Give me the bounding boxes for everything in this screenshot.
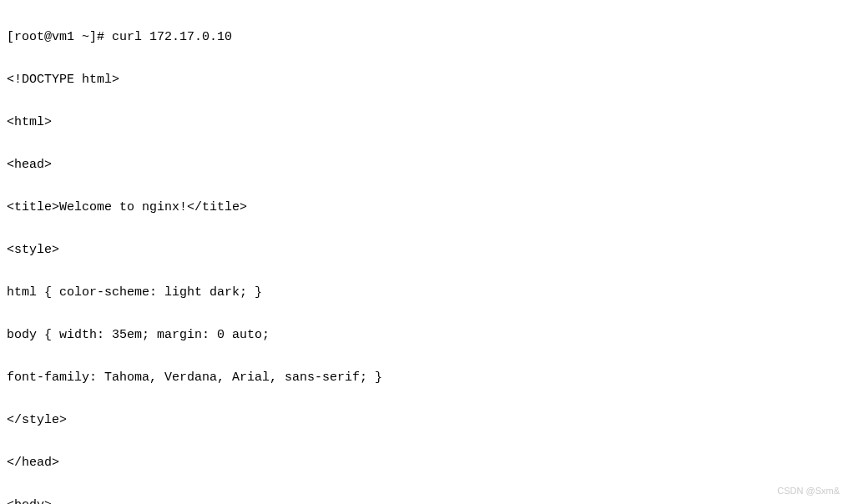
terminal-line: [root@vm1 ~]# curl 172.17.0.10 <box>7 27 841 48</box>
terminal-line: <body> <box>7 495 841 505</box>
terminal-line: <style> <box>7 239 841 261</box>
terminal-line: <!DOCTYPE html> <box>7 69 841 91</box>
terminal-output[interactable]: [root@vm1 ~]# curl 172.17.0.10 <!DOCTYPE… <box>7 5 841 504</box>
terminal-line: font-family: Tahoma, Verdana, Arial, san… <box>7 367 841 389</box>
terminal-line: <title>Welcome to nginx!</title> <box>7 197 841 219</box>
terminal-line: </head> <box>7 452 841 474</box>
watermark-text: CSDN @Sxm& <box>777 483 840 499</box>
terminal-line: <head> <box>7 154 841 176</box>
terminal-line: <html> <box>7 112 841 134</box>
terminal-line: html { color-scheme: light dark; } <box>7 282 841 304</box>
terminal-line: </style> <box>7 410 841 431</box>
terminal-line: body { width: 35em; margin: 0 auto; <box>7 325 841 346</box>
